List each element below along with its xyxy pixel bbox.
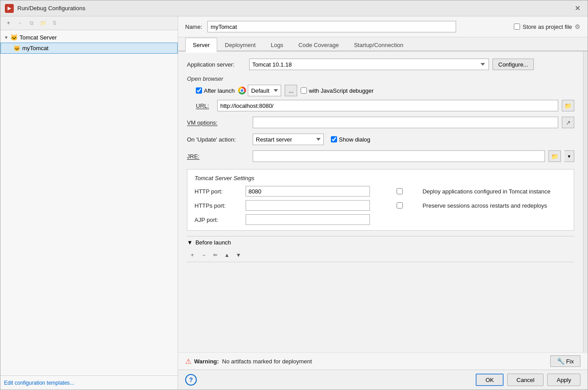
before-launch-toolbar: + − ✏ ▲ ▼ xyxy=(187,248,574,262)
preserve-sessions-label: Preserve sessions across restarts and re… xyxy=(422,202,567,209)
browser-dropdown[interactable]: Default Chrome Firefox xyxy=(248,85,281,96)
server-settings-title: Tomcat Server Settings xyxy=(195,175,567,181)
ok-button[interactable]: OK xyxy=(476,374,504,386)
update-action-row: On 'Update' action: Restart server Redep… xyxy=(187,134,574,145)
store-checkbox-area: Store as project file ⚙ xyxy=(514,23,580,30)
before-launch-add-button[interactable]: + xyxy=(187,250,198,260)
tab-code-coverage[interactable]: Code Coverage xyxy=(291,38,346,52)
left-bottom: Edit configuration templates... xyxy=(0,375,178,390)
open-browser-section: Open browser After launch Default xyxy=(187,75,574,111)
cancel-button[interactable]: Cancel xyxy=(507,374,544,386)
js-debugger-checkbox-area: with JavaScript debugger xyxy=(301,87,373,94)
before-launch-remove-button[interactable]: − xyxy=(199,250,209,260)
https-port-input[interactable] xyxy=(246,200,370,211)
app-icon: ▶ xyxy=(5,4,14,13)
warning-text: Warning: No artifacts marked for deploym… xyxy=(194,358,312,365)
jre-folder-button[interactable]: 📁 xyxy=(548,150,561,162)
url-folder-button[interactable]: 📁 xyxy=(562,100,574,111)
scrollbar[interactable] xyxy=(583,51,588,352)
url-row: URL: 📁 xyxy=(187,100,574,111)
vm-options-label: VM options: xyxy=(187,119,249,126)
bottom-right-buttons: OK Cancel Apply xyxy=(476,374,580,386)
folder-config-button[interactable]: 📁 xyxy=(38,18,48,28)
before-launch-title: Before launch xyxy=(195,239,231,246)
before-launch-edit-button[interactable]: ✏ xyxy=(210,250,221,260)
config-tree: ▼ 🐱 Tomcat Server 🐱 myTomcat xyxy=(0,30,178,375)
sort-config-button[interactable]: ⇅ xyxy=(49,18,60,28)
show-dialog-checkbox[interactable] xyxy=(331,136,337,142)
remove-config-button[interactable]: − xyxy=(15,18,25,28)
tab-deployment[interactable]: Deployment xyxy=(217,38,263,52)
right-panel-scroll: Application server: Tomcat 10.1.18 Confi… xyxy=(178,51,583,352)
configure-button[interactable]: Configure... xyxy=(493,59,534,70)
before-launch-section: ▼ Before launch + − ✏ ▲ ▼ xyxy=(187,236,574,262)
browser-ellipsis-button[interactable]: ... xyxy=(285,85,297,96)
help-button[interactable]: ? xyxy=(185,374,197,386)
name-input[interactable] xyxy=(207,21,456,32)
tabs-bar: Server Deployment Logs Code Coverage Sta… xyxy=(178,37,588,51)
title-bar: ▶ Run/Debug Configurations ✕ xyxy=(0,0,588,16)
open-browser-row: After launch Default Chrome Firefox xyxy=(187,85,574,96)
deploy-apps-checkbox[interactable] xyxy=(397,188,403,194)
warning-text-detail: No artifacts marked for deployment xyxy=(222,358,312,365)
show-dialog-label: Show dialog xyxy=(339,136,370,143)
after-launch-label: After launch xyxy=(204,87,234,94)
js-debugger-checkbox[interactable] xyxy=(301,87,307,94)
open-browser-label: Open browser xyxy=(187,75,574,82)
tab-server[interactable]: Server xyxy=(185,38,217,52)
after-launch-checkbox[interactable] xyxy=(196,87,202,94)
before-launch-chevron-icon: ▼ xyxy=(187,239,193,246)
vm-options-input[interactable] xyxy=(253,117,558,128)
tree-group-header[interactable]: ▼ 🐱 Tomcat Server xyxy=(0,32,178,43)
main-content: + − ⧉ 📁 ⇅ ▼ 🐱 Tomcat Server 🐱 myTomcat xyxy=(0,16,588,390)
fix-button[interactable]: 🔧 Fix xyxy=(550,355,580,367)
store-checkbox[interactable] xyxy=(514,24,520,30)
before-launch-down-button[interactable]: ▼ xyxy=(233,250,244,260)
chevron-down-icon: ▼ xyxy=(4,35,8,40)
tree-item-label: myTomcat xyxy=(22,45,48,51)
vm-options-row: VM options: ↗ xyxy=(187,117,574,128)
add-config-button[interactable]: + xyxy=(3,18,14,28)
http-port-input[interactable] xyxy=(246,186,370,197)
app-server-label: Application server: xyxy=(187,61,249,68)
title-bar-left: ▶ Run/Debug Configurations xyxy=(5,4,85,13)
warning-left: ⚠ Warning: No artifacts marked for deplo… xyxy=(185,357,312,366)
app-server-row: Application server: Tomcat 10.1.18 Confi… xyxy=(187,59,574,70)
js-debugger-label: with JavaScript debugger xyxy=(309,87,373,94)
tab-startup-connection[interactable]: Startup/Connection xyxy=(346,38,411,52)
tomcat-group-icon: 🐱 xyxy=(10,34,18,41)
store-label: Store as project file xyxy=(523,24,572,30)
fix-label: Fix xyxy=(566,358,574,365)
jre-label: JRE: xyxy=(187,153,249,160)
edit-templates-link[interactable]: Edit configuration templates... xyxy=(4,380,74,386)
gear-icon[interactable]: ⚙ xyxy=(575,23,580,30)
before-launch-header[interactable]: ▼ Before launch xyxy=(187,236,574,248)
ajp-port-input[interactable] xyxy=(246,214,370,225)
deploy-apps-checkbox-area xyxy=(397,188,419,194)
jre-dropdown-button[interactable]: ▼ xyxy=(564,150,574,162)
app-server-select[interactable]: Tomcat 10.1.18 xyxy=(249,59,489,70)
server-tab-content: Application server: Tomcat 10.1.18 Confi… xyxy=(178,51,583,269)
warning-icon: ⚠ xyxy=(185,357,191,366)
on-update-select[interactable]: Restart server Redeploy Update classes a… xyxy=(253,134,324,145)
run-debug-dialog: ▶ Run/Debug Configurations ✕ + − ⧉ 📁 ⇅ ▼… xyxy=(0,0,588,390)
warning-bar: ⚠ Warning: No artifacts marked for deplo… xyxy=(178,352,588,370)
jre-input[interactable] xyxy=(253,150,545,162)
url-input[interactable] xyxy=(217,100,558,111)
deploy-apps-label: Deploy applications configured in Tomcat… xyxy=(422,188,567,195)
https-port-label: HTTPs port: xyxy=(195,202,242,209)
tab-logs[interactable]: Logs xyxy=(263,38,291,52)
preserve-sessions-checkbox[interactable] xyxy=(397,202,403,209)
copy-config-button[interactable]: ⧉ xyxy=(26,18,37,28)
ajp-port-label: AJP port: xyxy=(195,217,242,223)
vm-expand-button[interactable]: ↗ xyxy=(562,117,574,128)
name-label: Name: xyxy=(185,24,202,30)
url-label: URL: xyxy=(196,102,214,109)
jre-row: JRE: 📁 ▼ xyxy=(187,150,574,162)
chrome-icon xyxy=(238,87,246,95)
left-panel: + − ⧉ 📁 ⇅ ▼ 🐱 Tomcat Server 🐱 myTomcat xyxy=(0,16,178,390)
before-launch-up-button[interactable]: ▲ xyxy=(222,250,232,260)
close-button[interactable]: ✕ xyxy=(572,4,583,13)
apply-button[interactable]: Apply xyxy=(547,374,580,386)
tree-item-mytomcat[interactable]: 🐱 myTomcat xyxy=(0,43,178,54)
